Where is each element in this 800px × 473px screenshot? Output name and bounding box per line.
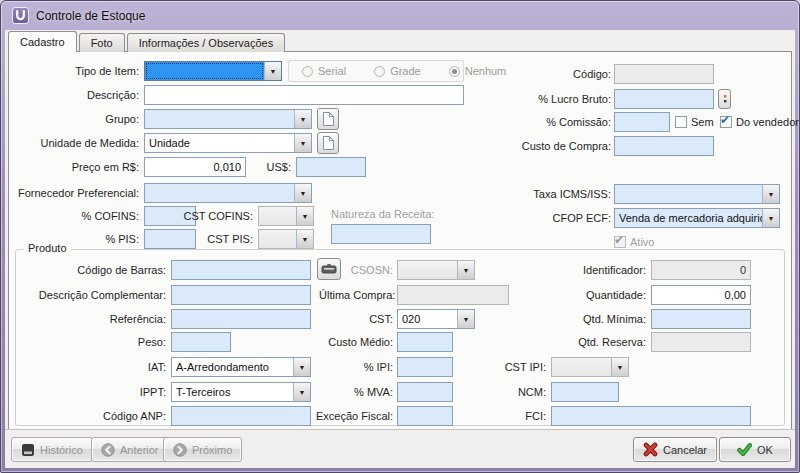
ippt-label: IPPT:: [9, 382, 166, 402]
uss-label: US$:: [251, 157, 291, 177]
ultima-compra-field[interactable]: [397, 285, 509, 305]
ipi-field[interactable]: [397, 357, 453, 377]
quantidade-field[interactable]: [651, 285, 751, 305]
ultima-compra-label: Última Compra:: [319, 285, 393, 305]
cst-label: CST:: [319, 309, 393, 329]
qtd-reserva-field[interactable]: [651, 332, 751, 352]
excecao-fiscal-label: Exceção Fiscal:: [239, 406, 393, 426]
new-document-icon: [322, 112, 334, 126]
chevron-down-icon[interactable]: ▼: [296, 230, 313, 248]
iat-label: IAT:: [9, 357, 166, 377]
chevron-down-icon[interactable]: ▼: [264, 62, 281, 80]
comissao-field[interactable]: [614, 112, 670, 132]
chevron-down-icon[interactable]: ▼: [294, 110, 311, 128]
cst-combobox[interactable]: 020 ▼: [397, 309, 475, 329]
cst-ipi-combobox[interactable]: ▼: [551, 357, 629, 377]
ipi-label: % IPI:: [239, 357, 393, 377]
chevron-down-icon[interactable]: ▼: [611, 358, 628, 376]
qtd-reserva-label: Qtd. Reserva:: [549, 332, 646, 352]
cst-pis-label: CST PIS:: [183, 229, 253, 249]
unidade-de-medida-combobox[interactable]: Unidade ▼: [144, 133, 312, 153]
descricao-complementar-field[interactable]: [171, 285, 311, 305]
cst-ipi-label: CST IPI:: [469, 357, 546, 377]
fci-field[interactable]: [551, 406, 751, 426]
codigo-de-barras-field[interactable]: [171, 260, 311, 280]
uss-field[interactable]: [296, 157, 366, 177]
radio-icon: [302, 66, 313, 77]
codigo-anp-label: Código ANP:: [9, 406, 166, 426]
preco-field[interactable]: [144, 157, 246, 177]
radio-icon: [374, 66, 385, 77]
chevron-down-icon[interactable]: ▼: [457, 310, 474, 328]
lucro-bruto-options-button[interactable]: [718, 89, 731, 109]
identificador-field[interactable]: [651, 260, 751, 280]
nova-unidade-button[interactable]: [317, 132, 339, 154]
chevron-down-icon[interactable]: ▼: [762, 209, 779, 227]
tipo-de-item-combobox[interactable]: ▼: [144, 61, 282, 81]
window-title: Controle de Estoque: [36, 9, 145, 23]
fornecedor-preferencial-combobox[interactable]: ▼: [144, 183, 312, 203]
codigo-field[interactable]: [614, 64, 714, 84]
anterior-button[interactable]: Anterior: [91, 437, 169, 462]
produto-legend: Produto: [24, 242, 71, 254]
descricao-complementar-label: Descrição Complementar:: [9, 285, 166, 305]
chevron-down-icon[interactable]: ▼: [457, 261, 474, 279]
ncm-label: NCM:: [469, 382, 546, 402]
controle-de-estoque-window: Controle de Estoque Cadastro Foto Inform…: [0, 0, 800, 473]
new-document-icon: [322, 136, 334, 150]
cfop-ecf-combobox[interactable]: Venda de mercadoria adquirida ou re ▼: [614, 208, 780, 228]
excecao-fiscal-field[interactable]: [397, 406, 453, 426]
csosn-combobox[interactable]: ▼: [397, 260, 475, 280]
titlebar[interactable]: Controle de Estoque: [1, 1, 799, 30]
descricao-field[interactable]: [144, 85, 464, 105]
mva-label: % MVA:: [239, 382, 393, 402]
cst-cofins-combobox[interactable]: ▼: [258, 206, 314, 226]
qtd-minima-label: Qtd. Mínima:: [549, 309, 646, 329]
identificador-label: Identificador:: [549, 260, 646, 280]
referencia-field[interactable]: [171, 309, 311, 329]
grupo-combobox[interactable]: ▼: [144, 109, 312, 129]
tab-foto[interactable]: Foto: [79, 33, 125, 52]
ok-check-icon: [737, 443, 752, 456]
novo-grupo-button[interactable]: [317, 108, 339, 130]
qtd-minima-field[interactable]: [651, 309, 751, 329]
radio-icon: [449, 66, 460, 77]
fci-label: FCI:: [469, 406, 546, 426]
serial-radio[interactable]: Serial: [302, 65, 346, 77]
natureza-da-receita-label: Natureza da Receita:: [331, 204, 441, 224]
ncm-field[interactable]: [551, 382, 619, 402]
tab-informacoes-observacoes[interactable]: Informações / Observações: [127, 33, 286, 52]
natureza-da-receita-field[interactable]: [331, 224, 431, 244]
arrow-right-circle-icon: [173, 443, 187, 457]
mva-field[interactable]: [397, 382, 453, 402]
taxa-icms-iss-combobox[interactable]: ▼: [614, 184, 780, 204]
peso-field[interactable]: [171, 332, 231, 352]
sem-checkbox[interactable]: Sem: [675, 112, 714, 132]
lucro-bruto-field[interactable]: [614, 89, 714, 109]
history-book-icon: [21, 443, 35, 457]
grade-radio[interactable]: Grade: [374, 65, 421, 77]
tipo-de-item-label: Tipo de Item:: [29, 61, 139, 81]
window-body: Cadastro Foto Informações / Observações …: [5, 30, 795, 468]
chevron-down-icon[interactable]: ▼: [296, 207, 313, 225]
chevron-down-icon[interactable]: ▼: [762, 185, 779, 203]
csosn-label: CSOSN:: [319, 260, 393, 280]
cst-pis-combobox[interactable]: ▼: [258, 229, 314, 249]
tab-strip: Cadastro Foto Informações / Observações: [8, 31, 287, 52]
do-vendedor-checkbox[interactable]: Do vendedor: [720, 112, 799, 132]
chevron-down-icon[interactable]: ▼: [294, 184, 311, 202]
tab-cadastro[interactable]: Cadastro: [8, 31, 77, 52]
tabpage-cadastro: Tipo de Item: ▼ Serial Grade Nenhum Desc…: [8, 51, 792, 430]
custo-de-compra-field[interactable]: [614, 136, 714, 156]
cofins-label: % COFINS:: [29, 206, 139, 226]
quantidade-label: Quantidade:: [549, 285, 646, 305]
custo-medio-label: Custo Médio:: [239, 332, 393, 352]
cancelar-button[interactable]: Cancelar: [633, 437, 717, 462]
historico-button[interactable]: Histórico: [11, 437, 93, 462]
chevron-down-icon[interactable]: ▼: [294, 134, 311, 152]
ok-button[interactable]: OK: [719, 437, 791, 462]
custo-medio-field[interactable]: [397, 332, 453, 352]
proximo-button[interactable]: Próximo: [163, 437, 242, 462]
serial-grade-panel: Serial Grade Nenhum: [288, 60, 464, 82]
codigo-label: Código:: [491, 64, 611, 84]
